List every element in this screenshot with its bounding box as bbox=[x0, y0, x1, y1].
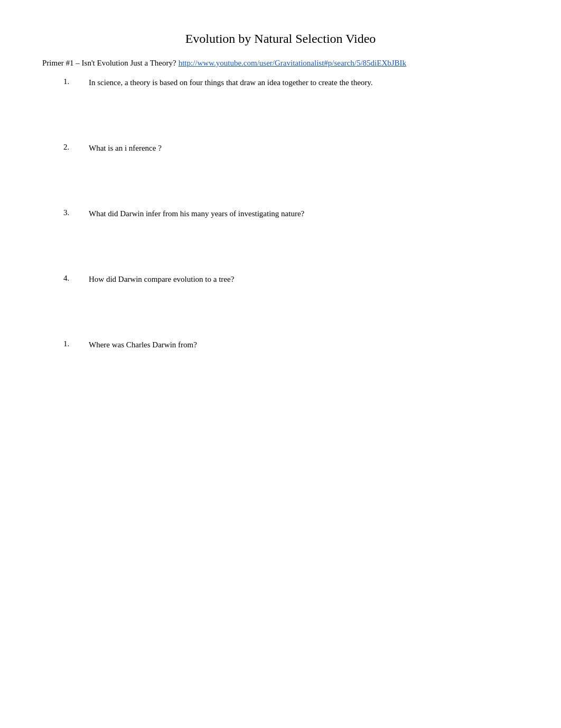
bottom-question-number-1: 1. bbox=[63, 338, 89, 348]
primer-label: Primer #1 – Isn't Evolution Just a Theor… bbox=[42, 59, 176, 68]
question-item-1: 1. In science, a theory is based on four… bbox=[63, 76, 519, 89]
page-title: Evolution by Natural Selection Video bbox=[42, 32, 519, 46]
page-container: Evolution by Natural Selection Video Pri… bbox=[0, 0, 561, 728]
question-item-4: 4. How did Darwin compare evolution to a… bbox=[63, 273, 519, 285]
question-number-1: 1. bbox=[63, 76, 89, 86]
questions-section: 1. In science, a theory is based on four… bbox=[63, 76, 519, 285]
bottom-question-text-1: Where was Charles Darwin from? bbox=[89, 338, 519, 351]
primer-link[interactable]: http://www.youtube.com/user/Gravitationa… bbox=[179, 59, 406, 68]
bottom-questions-section: 1. Where was Charles Darwin from? bbox=[63, 338, 519, 351]
question-text-4: How did Darwin compare evolution to a tr… bbox=[89, 273, 519, 285]
question-number-2: 2. bbox=[63, 142, 89, 152]
question-item-2: 2. What is an i nference ? bbox=[63, 142, 519, 154]
question-item-3: 3. What did Darwin infer from his many y… bbox=[63, 207, 519, 220]
question-text-2: What is an i nference ? bbox=[89, 142, 519, 154]
question-number-3: 3. bbox=[63, 207, 89, 217]
question-text-3: What did Darwin infer from his many year… bbox=[89, 207, 519, 220]
primer-line: Primer #1 – Isn't Evolution Just a Theor… bbox=[42, 59, 519, 68]
bottom-question-item-1: 1. Where was Charles Darwin from? bbox=[63, 338, 519, 351]
question-text-1: In science, a theory is based on four th… bbox=[89, 76, 519, 89]
question-number-4: 4. bbox=[63, 273, 89, 283]
